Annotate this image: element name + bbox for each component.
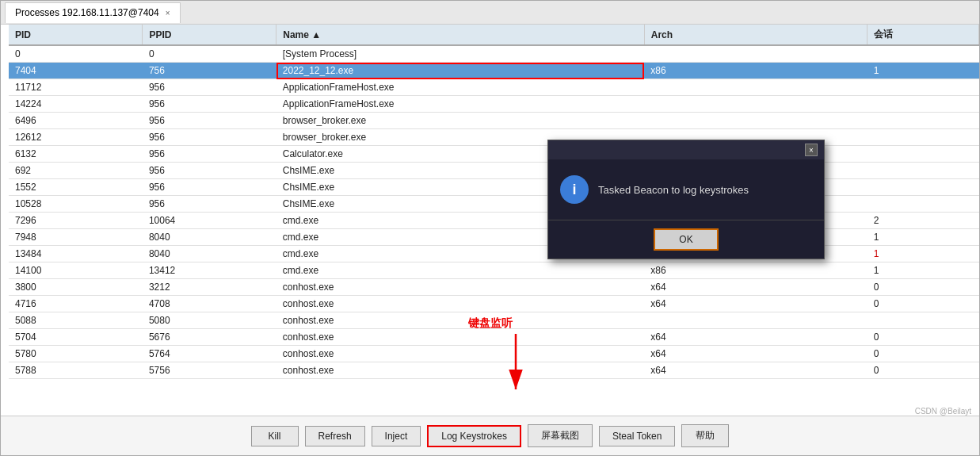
cell-ppid: 5676 xyxy=(143,329,276,346)
cell-pid: 6496 xyxy=(9,113,143,129)
cell-pid: 14224 xyxy=(9,96,143,113)
table-row[interactable]: 134848040cmd.exex861 xyxy=(9,246,979,262)
cell-pid: 1552 xyxy=(9,179,143,196)
table-row[interactable]: 79488040cmd.exex861 xyxy=(9,229,979,246)
cell-session: 1 xyxy=(868,229,979,246)
dialog-info-icon: i xyxy=(560,175,589,204)
toolbar-btn-steal-token[interactable]: Steal Token xyxy=(599,426,676,446)
cell-name: [System Process] xyxy=(276,45,644,63)
cell-arch: x86 xyxy=(644,63,867,79)
cell-session: 0 xyxy=(868,296,979,312)
cell-pid: 692 xyxy=(9,163,143,179)
cell-pid: 5088 xyxy=(9,312,143,329)
cell-ppid: 8040 xyxy=(143,229,276,246)
cell-session: 1 xyxy=(868,246,979,262)
toolbar-btn-屏幕截图[interactable]: 屏幕截图 xyxy=(528,424,593,447)
table-row[interactable]: 57805764conhost.exex640 xyxy=(9,346,979,362)
process-table-container: PID PPID Name ▲ Arch 会话 00[System Proces… xyxy=(9,25,979,416)
cell-pid: 7296 xyxy=(9,213,143,229)
cell-arch: x64 xyxy=(644,346,867,362)
table-row[interactable]: 10528956ChsIME.exe xyxy=(9,196,979,213)
cell-ppid: 5764 xyxy=(143,346,276,362)
cell-name: cmd.exe xyxy=(276,262,644,279)
cell-ppid: 10064 xyxy=(143,213,276,229)
tab-bar: Processes 192.168.11.137@7404 × xyxy=(1,1,979,25)
table-row[interactable]: 00[System Process] xyxy=(9,45,979,63)
col-session[interactable]: 会话 xyxy=(868,25,979,45)
cell-arch xyxy=(644,96,867,113)
cell-arch: x64 xyxy=(644,279,867,296)
cell-pid: 14100 xyxy=(9,262,143,279)
cell-ppid: 0 xyxy=(143,45,276,63)
cell-ppid: 956 xyxy=(143,196,276,213)
process-table: PID PPID Name ▲ Arch 会话 00[System Proces… xyxy=(9,25,979,379)
cell-ppid: 5080 xyxy=(143,312,276,329)
bottom-toolbar: KillRefreshInjectLog Keystrokes屏幕截图Steal… xyxy=(1,416,979,455)
cell-arch: x64 xyxy=(644,296,867,312)
dialog-message: Tasked Beacon to log keystrokes xyxy=(598,184,812,196)
cell-name: ApplicationFrameHost.exe xyxy=(276,96,644,113)
cell-session: 2 xyxy=(868,213,979,229)
cell-arch xyxy=(644,45,867,63)
toolbar-btn-log-keystrokes[interactable]: Log Keystrokes xyxy=(427,425,521,447)
table-row[interactable]: 50885080conhost.exe xyxy=(9,312,979,329)
dialog-close-button[interactable]: × xyxy=(805,144,818,156)
col-pid[interactable]: PID xyxy=(9,25,143,45)
toolbar-btn-refresh[interactable]: Refresh xyxy=(305,426,365,446)
processes-tab[interactable]: Processes 192.168.11.137@7404 × xyxy=(5,2,181,23)
table-row[interactable]: 38003212conhost.exex640 xyxy=(9,279,979,296)
cell-pid: 4716 xyxy=(9,296,143,312)
cell-arch: x64 xyxy=(644,362,867,379)
main-window: Processes 192.168.11.137@7404 × PID PPID… xyxy=(0,0,980,456)
cell-name: browser_broker.exe xyxy=(276,113,644,129)
col-name[interactable]: Name ▲ xyxy=(276,25,644,45)
cell-session xyxy=(868,163,979,179)
table-row[interactable]: 12612956browser_broker.exe xyxy=(9,129,979,146)
cell-session xyxy=(868,179,979,196)
cell-pid: 12612 xyxy=(9,129,143,146)
cell-ppid: 956 xyxy=(143,96,276,113)
table-header-row: PID PPID Name ▲ Arch 会话 xyxy=(9,25,979,45)
cell-pid: 3800 xyxy=(9,279,143,296)
cell-ppid: 956 xyxy=(143,129,276,146)
table-row[interactable]: 729610064cmd.exex642 xyxy=(9,213,979,229)
col-ppid[interactable]: PPID xyxy=(143,25,276,45)
toolbar-btn-帮助[interactable]: 帮助 xyxy=(681,424,729,447)
table-row[interactable]: 47164708conhost.exex640 xyxy=(9,296,979,312)
toolbar-btn-inject[interactable]: Inject xyxy=(372,426,421,446)
table-row[interactable]: 11712956ApplicationFrameHost.exe xyxy=(9,79,979,96)
cell-name: conhost.exe xyxy=(276,312,644,329)
table-row[interactable]: 6132956Calculator.exe xyxy=(9,146,979,163)
dialog-ok-button[interactable]: OK xyxy=(654,228,718,251)
toolbar-btn-kill[interactable]: Kill xyxy=(251,426,299,446)
cell-name: conhost.exe xyxy=(276,346,644,362)
cell-arch xyxy=(644,312,867,329)
table-row[interactable]: 692956ChsIME.exe xyxy=(9,163,979,179)
col-arch[interactable]: Arch xyxy=(644,25,867,45)
cell-session: 0 xyxy=(868,346,979,362)
table-row[interactable]: 74047562022_12_12.exex861 xyxy=(9,63,979,79)
cell-pid: 6132 xyxy=(9,146,143,163)
table-row[interactable]: 1552956ChsIME.exe xyxy=(9,179,979,196)
cell-ppid: 956 xyxy=(143,79,276,96)
cell-ppid: 4708 xyxy=(143,296,276,312)
tab-close-icon[interactable]: × xyxy=(166,9,170,17)
table-row[interactable]: 57885756conhost.exex640 xyxy=(9,362,979,379)
table-row[interactable]: 14224956ApplicationFrameHost.exe xyxy=(9,96,979,113)
cell-session xyxy=(868,146,979,163)
table-row[interactable]: 1410013412cmd.exex861 xyxy=(9,262,979,279)
cell-name: conhost.exe xyxy=(276,279,644,296)
cell-session xyxy=(868,312,979,329)
cell-arch xyxy=(644,79,867,96)
tab-label: Processes 192.168.11.137@7404 xyxy=(15,7,159,18)
cell-session xyxy=(868,129,979,146)
cell-ppid: 956 xyxy=(143,146,276,163)
cell-session: 0 xyxy=(868,329,979,346)
table-row[interactable]: 57045676conhost.exex640 xyxy=(9,329,979,346)
cell-pid: 5780 xyxy=(9,346,143,362)
cell-ppid: 756 xyxy=(143,63,276,79)
keystroke-dialog[interactable]: × i Tasked Beacon to log keystrokes OK xyxy=(547,140,825,259)
table-row[interactable]: 6496956browser_broker.exe xyxy=(9,113,979,129)
cell-pid: 0 xyxy=(9,45,143,63)
cell-session: 0 xyxy=(868,279,979,296)
